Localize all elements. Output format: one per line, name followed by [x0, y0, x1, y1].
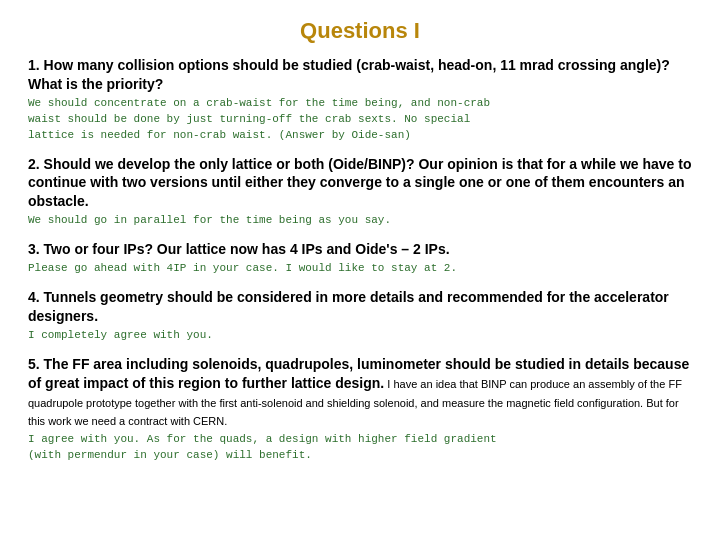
question-3: 3. Two or four IPs? Our lattice now has …: [28, 240, 692, 259]
section-q5: 5. The FF area including solenoids, quad…: [28, 355, 692, 471]
answer-2: We should go in parallel for the time be…: [28, 213, 692, 229]
question-4: 4. Tunnels geometry should be considered…: [28, 288, 692, 326]
answer-3: Please go ahead with 4IP in your case. I…: [28, 261, 692, 277]
section-q4: 4. Tunnels geometry should be considered…: [28, 288, 692, 351]
answer-5b: I agree with you. As for the quads, a de…: [28, 432, 692, 464]
page-title: Questions I: [28, 18, 692, 44]
question-5-bold: 5. The FF area including solenoids, quad…: [28, 355, 692, 431]
section-q2: 2. Should we develop the only lattice or…: [28, 155, 692, 237]
answer-1: We should concentrate on a crab-waist fo…: [28, 96, 692, 144]
question-1: 1. How many collision options should be …: [28, 56, 692, 94]
question-2: 2. Should we develop the only lattice or…: [28, 155, 692, 212]
page: Questions I 1. How many collision option…: [0, 0, 720, 540]
section-q1: 1. How many collision options should be …: [28, 56, 692, 151]
answer-4: I completely agree with you.: [28, 328, 692, 344]
section-q3: 3. Two or four IPs? Our lattice now has …: [28, 240, 692, 284]
